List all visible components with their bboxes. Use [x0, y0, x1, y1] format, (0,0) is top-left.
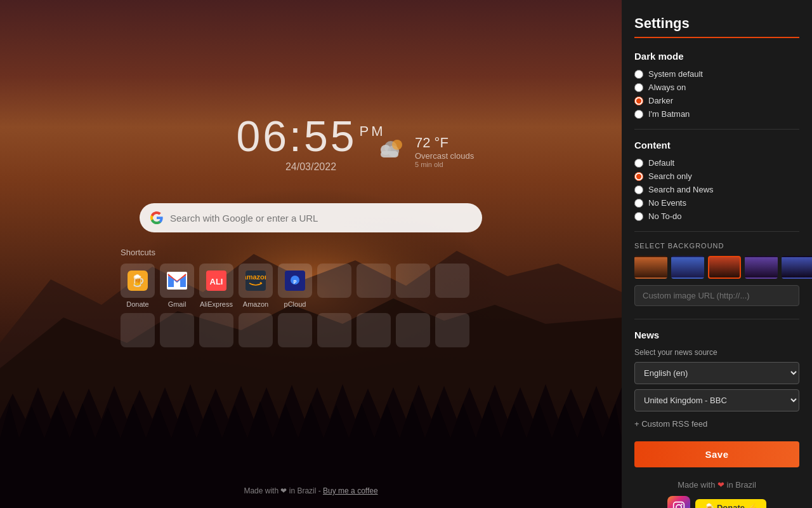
radio-default-label: Default [648, 158, 674, 168]
weather-icon [373, 133, 409, 169]
radio-search-only-input[interactable] [634, 172, 643, 181]
bg-thumbnail-row [634, 256, 799, 279]
donate-button[interactable]: 🍺 Donate ⚡ [695, 499, 766, 509]
search-bar[interactable] [140, 203, 482, 232]
radio-darker-input[interactable] [634, 97, 643, 105]
news-section: News Select your news source English (en… [634, 330, 799, 429]
shortcut-gmail[interactable]: Gmail [160, 264, 194, 308]
shortcuts-grid: 🍺 Donate [121, 264, 501, 347]
radio-default[interactable]: Default [634, 158, 799, 168]
shortcut-r2-3[interactable] [199, 313, 233, 347]
shortcut-r2-4[interactable] [239, 313, 273, 347]
shortcuts-area: Shortcuts 🍺 Donate [121, 248, 501, 347]
shortcut-r2-9[interactable] [435, 313, 469, 347]
shortcut-empty-4[interactable] [435, 264, 469, 308]
shortcut-donate[interactable]: 🍺 Donate [121, 264, 155, 308]
shortcut-icon-empty-1 [317, 264, 351, 298]
weather-info: 72 °F Overcast clouds 5 min old [415, 135, 474, 168]
radio-batman-label: I'm Batman [648, 109, 690, 119]
radio-no-events-label: No Events [648, 198, 686, 208]
shortcut-r2-7[interactable] [357, 313, 391, 347]
bg-thumb-4[interactable] [745, 256, 778, 279]
shortcut-r2-6[interactable] [317, 313, 351, 347]
radio-search-only[interactable]: Search only [634, 171, 799, 181]
shortcut-empty-3[interactable] [396, 264, 430, 308]
radio-system-default-input[interactable] [634, 70, 643, 79]
radio-default-input[interactable] [634, 159, 643, 168]
radio-no-events[interactable]: No Events [634, 198, 799, 208]
custom-rss-link[interactable]: + Custom RSS feed [634, 419, 799, 429]
weather-location: 5 min old [415, 161, 474, 168]
instagram-button[interactable] [667, 496, 690, 508]
shortcut-empty-1[interactable] [317, 264, 351, 308]
buy-coffee-link[interactable]: Buy me a coffee [323, 486, 378, 495]
search-container [140, 203, 482, 232]
radio-system-default[interactable]: System default [634, 69, 799, 79]
radio-search-news-label: Search and News [648, 185, 714, 194]
shortcut-icon-r2-4 [239, 313, 273, 347]
in-brazil-text: in Brazil [724, 480, 756, 490]
shortcut-icon-r2-3 [199, 313, 233, 347]
google-logo [150, 211, 164, 225]
radio-batman[interactable]: I'm Batman [634, 109, 799, 119]
shortcut-icon-r2-5 [278, 313, 312, 347]
custom-url-input[interactable] [634, 285, 799, 306]
content-title: Content [634, 140, 799, 150]
radio-always-on-input[interactable] [634, 83, 643, 92]
footer-text: Made with ❤ in Brazil - [244, 486, 323, 495]
news-subtitle: Select your news source [634, 348, 799, 357]
radio-no-todo-label: No To-do [648, 211, 682, 221]
shortcut-label-amazon: Amazon [243, 300, 268, 308]
shortcut-icon-r2-9 [435, 313, 469, 347]
radio-search-news[interactable]: Search and News [634, 185, 799, 194]
svg-point-24 [681, 504, 683, 505]
content-radio-group: Default Search only Search and News No E… [634, 158, 799, 221]
shortcut-aliexpress[interactable]: ALI AliExpress [199, 264, 233, 308]
weather-widget: 72 °F Overcast clouds 5 min old [373, 133, 474, 169]
radio-no-todo-input[interactable] [634, 212, 643, 221]
dark-mode-title: Dark mode [634, 51, 799, 62]
shortcut-empty-2[interactable] [357, 264, 391, 308]
news-title: News [634, 330, 799, 340]
shortcut-icon-empty-4 [435, 264, 469, 298]
search-input[interactable] [170, 213, 472, 224]
clock-date: 24/03/2022 [236, 161, 385, 173]
shortcut-icon-r2-2 [160, 313, 194, 347]
svg-text:amazon: amazon [246, 273, 266, 281]
shortcuts-label: Shortcuts [121, 248, 501, 257]
shortcut-r2-2[interactable] [160, 313, 194, 347]
svg-point-23 [676, 505, 681, 508]
dark-mode-section: Dark mode System default Always on Darke… [634, 51, 799, 119]
save-button[interactable]: Save [634, 441, 799, 467]
shortcut-r2-5[interactable] [278, 313, 312, 347]
radio-batman-input[interactable] [634, 110, 643, 119]
bg-thumb-3[interactable] [708, 256, 741, 279]
bg-thumb-2[interactable] [671, 256, 704, 279]
news-source-select[interactable]: United Kingdom - BBC United States - CNN… [634, 389, 799, 411]
shortcut-icon-empty-2 [357, 264, 391, 298]
news-language-select[interactable]: English (en) French (fr) German (de) Spa… [634, 362, 799, 384]
shortcut-pcloud[interactable]: p pCloud [278, 264, 312, 308]
weather-temperature: 72 °F [415, 135, 474, 151]
radio-always-on[interactable]: Always on [634, 83, 799, 92]
radio-search-news-input[interactable] [634, 185, 643, 194]
shortcut-icon-r2-8 [396, 313, 430, 347]
instagram-icon [672, 501, 685, 508]
radio-darker[interactable]: Darker [634, 96, 799, 105]
settings-footer: Made with ❤ in Brazil 🍺 Donate ⚡ Bitcoin… [634, 480, 799, 508]
bg-thumb-1[interactable] [634, 256, 667, 279]
bg-thumb-5[interactable] [782, 256, 812, 279]
radio-no-events-input[interactable] [634, 199, 643, 208]
shortcut-icon-gmail [160, 264, 194, 298]
radio-no-todo[interactable]: No To-do [634, 211, 799, 221]
shortcuts-row-1: 🍺 Donate [121, 264, 501, 308]
bg-label: SELECT BACKGROUND [634, 242, 799, 250]
donate-label: Donate [717, 503, 745, 509]
footer-icons: 🍺 Donate ⚡ [634, 496, 799, 508]
shortcut-label-gmail: Gmail [168, 300, 187, 308]
shortcut-r2-1[interactable] [121, 313, 155, 347]
shortcut-amazon[interactable]: amazon Amazon [239, 264, 273, 308]
shortcut-label-aliexpress: AliExpress [200, 300, 233, 308]
svg-text:p: p [294, 278, 297, 284]
shortcut-r2-8[interactable] [396, 313, 430, 347]
